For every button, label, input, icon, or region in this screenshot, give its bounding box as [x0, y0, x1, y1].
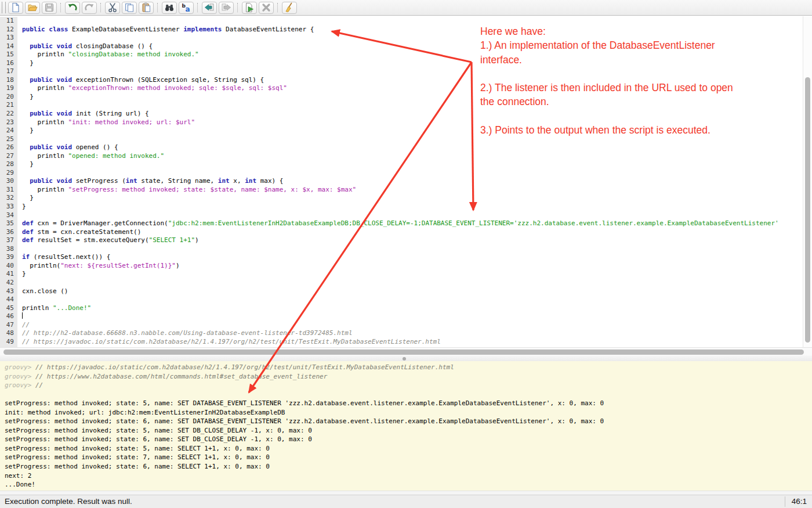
toolbar-redo-button: [82, 2, 97, 14]
line-number: 34: [0, 211, 17, 220]
code-text: def resultSet = stm.executeQuery("SELECT…: [17, 236, 812, 245]
code-line-38[interactable]: 38: [0, 245, 812, 254]
line-number: 15: [0, 51, 17, 59]
status-separator: [785, 496, 785, 507]
code-text: if (resultSet.next()) {: [17, 253, 812, 262]
code-text: }: [17, 203, 812, 211]
code-text: cxn.close (): [17, 287, 812, 296]
toolbar-find-button[interactable]: [162, 2, 177, 14]
line-number: 30: [0, 177, 17, 186]
output-area[interactable]: groovy> // https://javadoc.io/static/com…: [0, 361, 812, 491]
code-line-45[interactable]: 45println "...Done!": [0, 304, 812, 313]
code-line-46[interactable]: 46: [0, 312, 812, 321]
toolbar-cut-button[interactable]: [105, 2, 120, 14]
history-previous-icon: [204, 2, 215, 13]
toolbar-clear-output-button[interactable]: [282, 2, 297, 14]
output-line: setProgress: method invoked; state: 6, n…: [5, 435, 812, 444]
splitter-handle[interactable]: [403, 357, 406, 361]
line-number: 35: [0, 219, 17, 228]
output-line: setProgress: method invoked; state: 5, n…: [5, 399, 812, 408]
code-text: [17, 169, 812, 178]
output-echo-line: groovy> //: [5, 381, 812, 390]
line-number: 47: [0, 321, 17, 330]
splitter[interactable]: [0, 355, 812, 361]
find-icon: [164, 2, 175, 13]
line-number: 17: [0, 67, 17, 76]
code-line-40[interactable]: 40 println("next: ${resultSet.getInt(1)}…: [0, 262, 812, 271]
line-number: 39: [0, 253, 17, 262]
toolbar-run-script-button[interactable]: [242, 2, 257, 14]
output-line: setProgress: method invoked; state: 6, n…: [5, 462, 812, 471]
line-number: 40: [0, 262, 17, 271]
toolbar-separator: [237, 3, 238, 12]
code-line-28[interactable]: 28 }: [0, 160, 812, 169]
toolbar-history-previous-button[interactable]: [202, 2, 217, 14]
code-line-39[interactable]: 39if (resultSet.next()) {: [0, 253, 812, 262]
line-number: 22: [0, 110, 17, 118]
redo-icon: [84, 2, 95, 13]
code-line-27[interactable]: 27 println "opened: method invoked.": [0, 152, 812, 161]
code-line-34[interactable]: 34: [0, 211, 812, 220]
code-text: println "opened: method invoked.": [17, 152, 812, 161]
code-text: }: [17, 270, 812, 279]
toolbar-open-file-button[interactable]: [25, 2, 40, 14]
output-echo-line: groovy> // https://javadoc.io/static/com…: [5, 363, 812, 372]
code-line-32[interactable]: 32 }: [0, 194, 812, 203]
code-text: println("next: ${resultSet.getInt(1)}"): [17, 262, 812, 271]
output-line: setProgress: method invoked; state: 7, n…: [5, 453, 812, 462]
toolbar-replace-button[interactable]: ba: [179, 2, 194, 14]
code-line-47[interactable]: 47//: [0, 321, 812, 330]
code-line-37[interactable]: 37def resultSet = stm.executeQuery("SELE…: [0, 236, 812, 245]
horizontal-scrollbar[interactable]: [0, 347, 812, 355]
line-number: 37: [0, 236, 17, 245]
code-line-35[interactable]: 35def cxn = DriverManager.getConnection(…: [0, 219, 812, 228]
toolbar-paste-button[interactable]: [139, 2, 154, 14]
code-line-48[interactable]: 48// http://h2-database.66688.n3.nabble.…: [0, 329, 812, 338]
save-file-icon: [44, 2, 55, 13]
code-line-29[interactable]: 29: [0, 169, 812, 178]
annotation-line: interface.: [480, 53, 808, 67]
status-message: Execution complete. Result was null.: [5, 495, 132, 508]
horizontal-scrollbar-thumb[interactable]: [3, 350, 804, 355]
annotation-line: [480, 109, 808, 123]
annotation-line: 3.) Points to the output when the script…: [480, 123, 808, 137]
line-number: 31: [0, 186, 17, 194]
code-line-41[interactable]: 41}: [0, 270, 812, 279]
code-line-33[interactable]: 33}: [0, 203, 812, 211]
line-number: 18: [0, 76, 17, 85]
groovy-prompt: groovy>: [5, 381, 35, 389]
annotation-line: the connection.: [480, 95, 808, 109]
toolbar-new-file-button[interactable]: [8, 2, 23, 14]
code-line-26[interactable]: 26 public void opened () {: [0, 143, 812, 152]
toolbar-drag-handle[interactable]: [2, 2, 6, 13]
toolbar-copy-button[interactable]: [122, 2, 137, 14]
code-text: [17, 296, 812, 304]
code-line-44[interactable]: 44: [0, 296, 812, 304]
code-line-49[interactable]: 49// https://javadoc.io/static/com.h2dat…: [0, 338, 812, 347]
annotation-line: Here we have:: [480, 24, 808, 38]
toolbar-save-file-button: [42, 2, 57, 14]
code-text: }: [17, 160, 812, 169]
code-line-43[interactable]: 43cxn.close (): [0, 287, 812, 296]
line-number: 13: [0, 34, 17, 42]
output-line: setProgress: method invoked; state: 5, n…: [5, 444, 812, 453]
code-text: println "setProgress: method invoked; st…: [17, 186, 812, 194]
line-number: 49: [0, 338, 17, 347]
code-line-42[interactable]: 42: [0, 279, 812, 287]
annotation-line: 2.) The listener is then included in the…: [480, 81, 808, 95]
code-line-36[interactable]: 36def stm = cxn.createStatement(): [0, 228, 812, 237]
output-echo-line: groovy> // https://www.h2database.com/ht…: [5, 372, 812, 381]
line-number: 33: [0, 203, 17, 211]
toolbar-undo-button[interactable]: [65, 2, 80, 14]
code-line-31[interactable]: 31 println "setProgress: method invoked;…: [0, 186, 812, 194]
copy-icon: [124, 2, 135, 13]
groovy-prompt: groovy>: [5, 373, 35, 380]
svg-text:a: a: [186, 5, 190, 13]
undo-icon: [67, 2, 78, 13]
text-caret: [22, 312, 23, 319]
toolbar-separator: [60, 3, 61, 12]
line-number: 46: [0, 312, 17, 321]
code-line-30[interactable]: 30 public void setProgress (int state, S…: [0, 177, 812, 186]
code-text: public void setProgress (int state, Stri…: [17, 177, 812, 186]
groovy-prompt: groovy>: [5, 363, 35, 371]
